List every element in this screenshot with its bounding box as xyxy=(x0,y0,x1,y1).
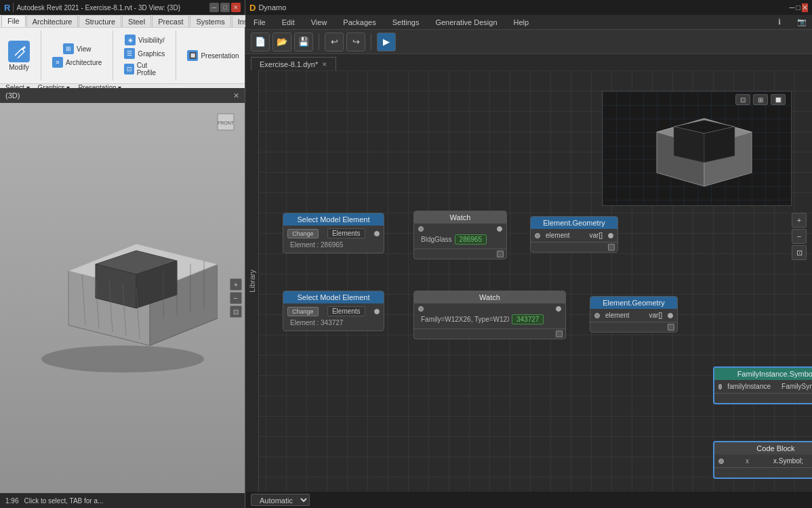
presentation-button[interactable]: 🔲 Presentation xyxy=(184,49,241,62)
ribbon-group-graphics: ◈ Visibility/ ☰ Graphics ⊡ Cut Profile xyxy=(121,30,176,81)
change-button-2[interactable]: Change xyxy=(287,307,319,316)
new-file-button[interactable]: 📄 xyxy=(251,33,270,51)
watch-1-checkbox[interactable] xyxy=(497,251,504,257)
dynamo-close-button[interactable]: ✕ xyxy=(802,3,808,12)
menu-settings[interactable]: Settings xyxy=(390,17,422,28)
revit-minimize-button[interactable]: ─ xyxy=(209,3,219,12)
preview-btn-2[interactable]: ⊞ xyxy=(753,94,768,105)
dynamo-canvas[interactable]: Library xyxy=(245,70,812,492)
output-port-geo-2[interactable] xyxy=(668,313,673,318)
ribbon-content: Modify ⊞ View ≡ Architecture ◈ Visibilit… xyxy=(0,28,245,83)
tab-precast[interactable]: Precast xyxy=(152,15,189,27)
run-mode-dropdown[interactable]: Automatic xyxy=(251,494,310,506)
revit-close-button[interactable]: ✕ xyxy=(231,3,241,12)
library-label: Library xyxy=(248,270,256,293)
watch-node-2[interactable]: Watch Family=W12X26, Type=W12X26 343727 xyxy=(413,291,566,339)
element-geo-1-var: var[] xyxy=(590,232,603,239)
select-node-2-header: Select Model Element xyxy=(283,291,384,303)
zoom-in-button[interactable]: + xyxy=(230,278,242,291)
info-icon[interactable]: ℹ xyxy=(778,18,781,26)
templates-sub-label: Architecture xyxy=(66,59,102,66)
preview-btn-3[interactable]: 🔲 xyxy=(771,94,786,105)
svg-text:FRONT: FRONT xyxy=(218,121,235,125)
output-port-watch-2[interactable] xyxy=(556,306,561,312)
undo-button[interactable]: ↩ xyxy=(325,33,344,51)
dyn-zoom-in-button[interactable]: + xyxy=(792,213,807,228)
element-geometry-2[interactable]: Element.Geometry element var[] xyxy=(590,296,678,333)
tab-structure[interactable]: Structure xyxy=(79,15,121,27)
viewport-title: (3D) xyxy=(5,91,20,100)
open-file-button[interactable]: 📂 xyxy=(272,33,291,51)
input-port-watch-1[interactable] xyxy=(418,226,424,232)
library-panel[interactable]: Library xyxy=(245,70,259,492)
code-block-bottom xyxy=(714,467,812,478)
watch-node-2-header: Watch xyxy=(414,291,565,303)
ribbon-tabs: File Architecture Structure Steel Precas… xyxy=(0,15,245,28)
select-model-element-2[interactable]: Select Model Element Change Elements Ele… xyxy=(283,291,384,331)
navigation-cube[interactable]: FRONT xyxy=(212,108,239,135)
watch-node-1-bottom xyxy=(414,249,506,259)
zoom-fit-button[interactable]: ⊡ xyxy=(230,305,242,318)
tab-steel[interactable]: Steel xyxy=(122,15,151,27)
dynamo-minimize-button[interactable]: ─ xyxy=(790,3,795,12)
view-templates-button[interactable]: ⊞ View xyxy=(60,43,94,55)
save-button[interactable]: 💾 xyxy=(294,33,313,51)
dynamo-maximize-button[interactable]: □ xyxy=(796,3,800,12)
output-port-select-2[interactable] xyxy=(374,309,380,314)
graphics-button[interactable]: ◈ Visibility/ xyxy=(122,34,167,46)
watch-2-checkbox[interactable] xyxy=(556,331,563,337)
output-port-select-1[interactable] xyxy=(374,231,380,236)
tab-architecture[interactable]: Architecture xyxy=(26,15,79,27)
select-node-1-body: Change Elements Element : 286965 xyxy=(283,226,384,253)
preview-btn-1[interactable]: ⊡ xyxy=(735,94,750,105)
revit-maximize-button[interactable]: □ xyxy=(220,3,230,12)
cut-profile-button[interactable]: ⊡ Cut Profile xyxy=(121,61,167,77)
tab-close-button[interactable]: ✕ xyxy=(322,61,327,68)
input-port-geo-2[interactable] xyxy=(594,313,600,318)
element-geo-2-checkbox[interactable] xyxy=(668,324,674,331)
dyn-zoom-out-button[interactable]: − xyxy=(792,229,807,244)
svg-point-2 xyxy=(41,345,204,373)
dynamo-statusbar: Automatic xyxy=(245,492,812,508)
element-geo-1-header: Element.Geometry xyxy=(531,217,617,229)
tab-systems[interactable]: Systems xyxy=(190,15,230,27)
family-instance-symbol[interactable]: FamilyInstance.Symbol familyInstance Fam… xyxy=(713,366,812,404)
input-port-code[interactable] xyxy=(718,459,724,464)
menu-edit[interactable]: Edit xyxy=(279,17,298,28)
tab-file[interactable]: File xyxy=(1,15,26,27)
menu-file[interactable]: File xyxy=(251,17,268,28)
menu-generative[interactable]: Generative Design xyxy=(432,17,500,28)
change-button-1[interactable]: Change xyxy=(287,229,319,238)
tab-exercise[interactable]: Exercise-8.1.dyn* ✕ xyxy=(251,57,336,70)
input-port-watch-2[interactable] xyxy=(418,306,424,312)
select-node-2-body: Change Elements Element : 343727 xyxy=(283,303,384,331)
select-model-element-1[interactable]: Select Model Element Change Elements Ele… xyxy=(283,213,384,253)
modify-button[interactable]: Modify xyxy=(5,38,33,74)
viewport-body[interactable]: FRONT xyxy=(0,103,245,493)
elements-label-1: Elements xyxy=(327,228,365,238)
redo-button[interactable]: ↪ xyxy=(346,33,365,51)
output-port-geo-1[interactable] xyxy=(608,233,613,238)
menu-view[interactable]: View xyxy=(308,17,330,28)
element-geo-1-checkbox[interactable] xyxy=(608,244,615,251)
input-port-geo-1[interactable] xyxy=(535,233,540,238)
templates-sub-button[interactable]: ≡ Architecture xyxy=(49,56,104,68)
code-block[interactable]: Code Block x x.Symbol; xyxy=(713,441,812,479)
output-port-watch-1[interactable] xyxy=(497,226,502,232)
zoom-out-button[interactable]: − xyxy=(230,292,242,304)
ribbon-group-modify: Modify xyxy=(5,30,41,81)
revit-ribbon: File Architecture Structure Steel Precas… xyxy=(0,15,245,88)
dyn-fit-button[interactable]: ⊡ xyxy=(792,245,807,260)
watch-node-1[interactable]: Watch BldgGlass 286965 xyxy=(413,211,507,259)
menu-packages[interactable]: Packages xyxy=(340,17,378,28)
element-geometry-1[interactable]: Element.Geometry element var[] xyxy=(530,216,618,253)
run-button[interactable]: ▶ xyxy=(377,33,396,51)
elements-label-2: Elements xyxy=(327,306,365,316)
graphics-sub-button[interactable]: ☰ Graphics xyxy=(121,47,167,60)
input-port-family[interactable] xyxy=(718,384,722,389)
menu-help[interactable]: Help xyxy=(511,17,532,28)
element-geo-1-element: element xyxy=(546,232,570,239)
screenshot-icon[interactable]: 📷 xyxy=(797,18,807,26)
viewport-close-button[interactable]: ✕ xyxy=(233,91,239,100)
toolbar-separator-1 xyxy=(319,34,319,50)
